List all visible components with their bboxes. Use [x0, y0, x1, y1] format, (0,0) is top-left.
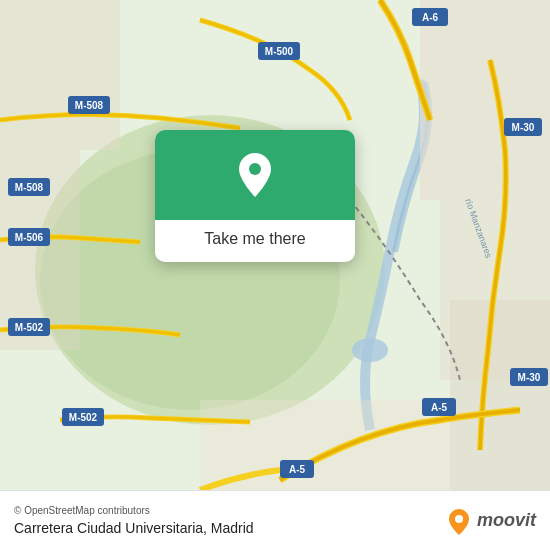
moovit-logo: moovit: [445, 507, 536, 535]
location-popup: Take me there: [155, 130, 355, 262]
svg-text:M-500: M-500: [265, 46, 294, 57]
svg-text:M-30: M-30: [518, 372, 541, 383]
popup-button-area[interactable]: Take me there: [155, 220, 355, 262]
svg-rect-6: [450, 300, 550, 490]
svg-point-34: [455, 515, 463, 523]
popup-header: [155, 130, 355, 220]
location-pin-icon: [236, 153, 274, 197]
svg-text:A-5: A-5: [431, 402, 448, 413]
svg-text:M-508: M-508: [15, 182, 44, 193]
location-info: © OpenStreetMap contributors Carretera C…: [14, 505, 254, 536]
map-area: A-6 M-500 M-508 M-508 M-30 M-30 M-506 M-…: [0, 0, 550, 490]
osm-attribution: © OpenStreetMap contributors: [14, 505, 254, 516]
bottom-info-bar: © OpenStreetMap contributors Carretera C…: [0, 490, 550, 550]
svg-rect-8: [0, 0, 120, 150]
svg-text:M-508: M-508: [75, 100, 104, 111]
svg-text:M-30: M-30: [512, 122, 535, 133]
svg-text:M-502: M-502: [15, 322, 44, 333]
svg-text:A-6: A-6: [422, 12, 439, 23]
svg-text:A-5: A-5: [289, 464, 306, 475]
svg-point-3: [352, 338, 388, 362]
moovit-pin-icon: [445, 507, 473, 535]
svg-point-33: [249, 163, 261, 175]
svg-text:M-506: M-506: [15, 232, 44, 243]
take-me-there-button[interactable]: Take me there: [204, 230, 305, 248]
moovit-brand-text: moovit: [477, 510, 536, 531]
location-name: Carretera Ciudad Universitaria, Madrid: [14, 520, 254, 536]
svg-rect-4: [420, 0, 550, 200]
svg-text:M-502: M-502: [69, 412, 98, 423]
